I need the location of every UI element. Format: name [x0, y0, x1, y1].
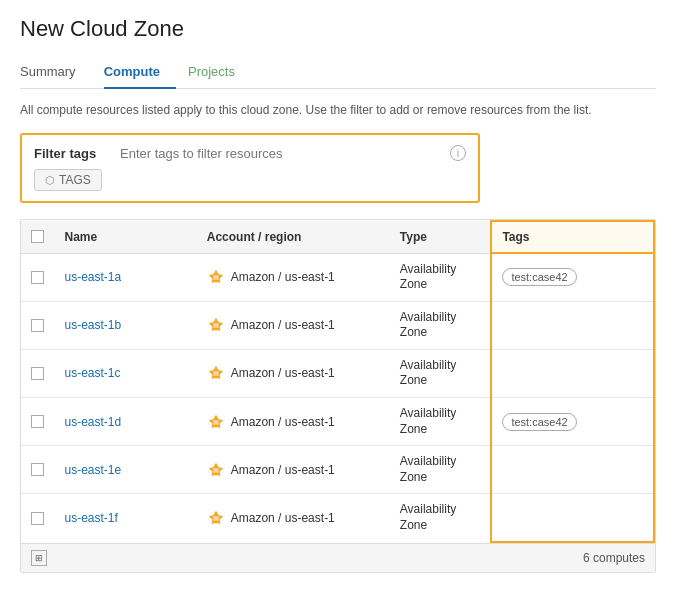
account-text: Amazon / us-east-1	[231, 415, 335, 429]
row-tags: test:case42	[491, 398, 654, 446]
filter-input-row: Filter tags i	[34, 145, 466, 161]
account-text: Amazon / us-east-1	[231, 511, 335, 525]
row-tags	[491, 349, 654, 397]
row-account: Amazon / us-east-1	[197, 301, 390, 349]
row-name: us-east-1d	[55, 398, 197, 446]
aws-icon	[207, 461, 225, 479]
table-row: us-east-1f Amazon / us-east-1Availabilit…	[21, 494, 654, 542]
table-row: us-east-1c Amazon / us-east-1Availabilit…	[21, 349, 654, 397]
row-name: us-east-1a	[55, 253, 197, 301]
header-name: Name	[55, 221, 197, 253]
account-text: Amazon / us-east-1	[231, 463, 335, 477]
svg-rect-5	[214, 376, 217, 379]
row-type: Availability Zone	[390, 398, 492, 446]
svg-rect-7	[214, 424, 217, 427]
row-checkbox[interactable]	[31, 271, 44, 284]
row-type: Availability Zone	[390, 253, 492, 301]
filter-label: Filter tags	[34, 146, 104, 161]
aws-icon	[207, 413, 225, 431]
row-type: Availability Zone	[390, 446, 492, 494]
row-checkbox[interactable]	[31, 415, 44, 428]
table-row: us-east-1d Amazon / us-east-1Availabilit…	[21, 398, 654, 446]
account-text: Amazon / us-east-1	[231, 318, 335, 332]
table-header-row: Name Account / region Type Tags	[21, 221, 654, 253]
account-text: Amazon / us-east-1	[231, 270, 335, 284]
row-account: Amazon / us-east-1	[197, 494, 390, 542]
tags-button[interactable]: ⬡ TAGS	[34, 169, 102, 191]
svg-rect-1	[214, 280, 217, 283]
tabs-bar: Summary Compute Projects	[20, 56, 656, 89]
table-row: us-east-1b Amazon / us-east-1Availabilit…	[21, 301, 654, 349]
row-account: Amazon / us-east-1	[197, 398, 390, 446]
header-checkbox-col	[21, 221, 55, 253]
tag-badge: test:case42	[502, 413, 576, 431]
aws-icon	[207, 364, 225, 382]
row-type: Availability Zone	[390, 494, 492, 542]
description-text: All compute resources listed apply to th…	[20, 101, 656, 119]
page-title: New Cloud Zone	[20, 16, 656, 42]
svg-rect-10	[213, 516, 218, 521]
tab-summary[interactable]: Summary	[20, 56, 92, 89]
row-account: Amazon / us-east-1	[197, 446, 390, 494]
page-container: New Cloud Zone Summary Compute Projects …	[0, 0, 676, 589]
table-row: us-east-1a Amazon / us-east-1Availabilit…	[21, 253, 654, 301]
row-tags	[491, 301, 654, 349]
row-account: Amazon / us-east-1	[197, 349, 390, 397]
tags-button-label: TAGS	[59, 173, 91, 187]
filter-box: Filter tags i ⬡ TAGS	[20, 133, 480, 203]
svg-rect-0	[213, 275, 218, 280]
tag-icon: ⬡	[45, 174, 55, 187]
row-tags	[491, 446, 654, 494]
compute-table: Name Account / region Type Tags us-east-…	[21, 220, 655, 543]
footer-icon: ⊞	[31, 550, 47, 566]
filter-input[interactable]	[120, 146, 442, 161]
table-row: us-east-1e Amazon / us-east-1Availabilit…	[21, 446, 654, 494]
tab-compute[interactable]: Compute	[104, 56, 176, 89]
row-type: Availability Zone	[390, 349, 492, 397]
row-name: us-east-1b	[55, 301, 197, 349]
account-text: Amazon / us-east-1	[231, 366, 335, 380]
svg-rect-11	[214, 521, 217, 524]
svg-rect-2	[213, 323, 218, 328]
svg-rect-9	[214, 473, 217, 476]
header-type: Type	[390, 221, 492, 253]
row-name: us-east-1c	[55, 349, 197, 397]
row-checkbox[interactable]	[31, 319, 44, 332]
compute-table-wrapper: Name Account / region Type Tags us-east-…	[20, 219, 656, 573]
row-name: us-east-1e	[55, 446, 197, 494]
svg-rect-3	[214, 328, 217, 331]
row-type: Availability Zone	[390, 301, 492, 349]
row-name: us-east-1f	[55, 494, 197, 542]
row-tags: test:case42	[491, 253, 654, 301]
aws-icon	[207, 316, 225, 334]
aws-icon	[207, 509, 225, 527]
select-all-checkbox[interactable]	[31, 230, 44, 243]
row-checkbox[interactable]	[31, 512, 44, 525]
tags-button-row: ⬡ TAGS	[34, 169, 466, 191]
info-icon[interactable]: i	[450, 145, 466, 161]
header-tags: Tags	[491, 221, 654, 253]
tab-projects[interactable]: Projects	[188, 56, 251, 89]
row-checkbox[interactable]	[31, 463, 44, 476]
row-checkbox[interactable]	[31, 367, 44, 380]
footer-count: 6 computes	[583, 551, 645, 565]
aws-icon	[207, 268, 225, 286]
svg-rect-4	[213, 372, 218, 377]
table-footer: ⊞ 6 computes	[21, 543, 655, 572]
row-account: Amazon / us-east-1	[197, 253, 390, 301]
row-tags	[491, 494, 654, 542]
header-account: Account / region	[197, 221, 390, 253]
svg-rect-6	[213, 420, 218, 425]
tag-badge: test:case42	[502, 268, 576, 286]
svg-rect-8	[213, 468, 218, 473]
